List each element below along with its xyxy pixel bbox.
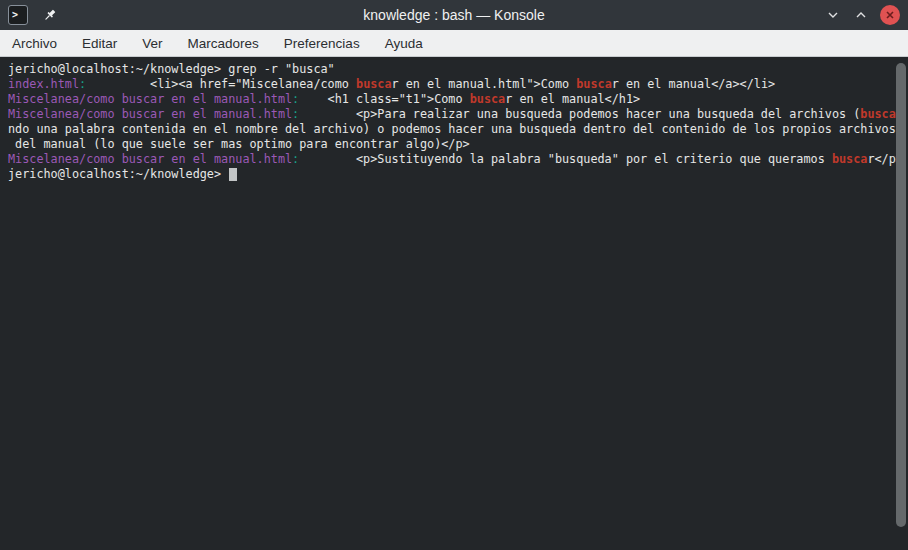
terminal-text-segment: busca: [576, 77, 612, 91]
terminal-text-segment: busca: [860, 107, 896, 121]
terminal-line: jericho@localhost:~/knowledge> grep -r "…: [8, 62, 892, 77]
menu-archivo[interactable]: Archivo: [10, 34, 59, 53]
menu-marcadores[interactable]: Marcadores: [186, 34, 261, 53]
terminal-text-segment: del manual (lo que suele ser mas optimo …: [8, 137, 470, 151]
terminal-text-segment: busca: [356, 77, 392, 91]
scrollbar[interactable]: [896, 61, 906, 543]
terminal-text-segment: index.html: [8, 77, 79, 91]
terminal-text-segment: busca: [470, 92, 506, 106]
terminal-line: del manual (lo que suele ser mas optimo …: [8, 137, 892, 152]
terminal-text-segment: jericho@localhost:~/knowledge> grep -r "…: [8, 62, 335, 76]
terminal-text-segment: busca: [832, 152, 868, 166]
maximize-button[interactable]: [852, 6, 870, 24]
terminal-text-segment: r en el manual</h1>: [505, 92, 640, 106]
minimize-button[interactable]: [824, 6, 842, 24]
menu-editar[interactable]: Editar: [80, 34, 119, 53]
menu-ayuda[interactable]: Ayuda: [383, 34, 425, 53]
terminal-line: Miscelanea/como buscar en el manual.html…: [8, 107, 892, 122]
terminal-line: Miscelanea/como buscar en el manual.html…: [8, 152, 892, 167]
terminal-text-segment: <p>Sustituyendo la palabra "busqueda" po…: [299, 152, 832, 166]
scrollbar-handle[interactable]: [896, 63, 906, 527]
terminal-line: jericho@localhost:~/knowledge>: [8, 167, 892, 182]
konsole-app-icon[interactable]: >: [8, 5, 28, 25]
terminal-line: ndo una palabra contenida en el nombre d…: [8, 122, 892, 137]
terminal-text-segment: r en el manual.html">Como: [392, 77, 577, 91]
terminal-text-segment: <p>Para realizar una busqueda podemos ha…: [299, 107, 860, 121]
terminal-text-segment: Miscelanea/como buscar en el manual.html: [8, 107, 292, 121]
terminal-text-segment: Miscelanea/como buscar en el manual.html: [8, 152, 292, 166]
window-controls: [824, 5, 900, 25]
menu-ver[interactable]: Ver: [140, 34, 164, 53]
terminal-text-segment: <h1 class="t1">Como: [299, 92, 469, 106]
terminal-text-segment: Miscelanea/como buscar en el manual.html: [8, 92, 292, 106]
terminal-text-segment: r en el manual</a></li>: [612, 77, 775, 91]
menubar: Archivo Editar Ver Marcadores Preferenci…: [0, 30, 908, 57]
terminal-prompt-glyph: >: [12, 10, 18, 20]
text-cursor: [229, 168, 237, 181]
terminal-line: index.html: <li><a href="Miscelanea/como…: [8, 77, 892, 92]
titlebar: > knowledge : bash — Konsole: [0, 0, 908, 30]
terminal-line: Miscelanea/como buscar en el manual.html…: [8, 92, 892, 107]
terminal-text-segment: ndo una palabra contenida en el nombre d…: [8, 122, 896, 136]
terminal-text-segment: jericho@localhost:~/knowledge>: [8, 167, 228, 181]
window-title: knowledge : bash — Konsole: [0, 7, 908, 23]
menu-preferencias[interactable]: Preferencias: [282, 34, 362, 53]
terminal-lines: jericho@localhost:~/knowledge> grep -r "…: [8, 62, 892, 182]
pin-icon[interactable]: [40, 6, 58, 24]
close-button[interactable]: [880, 5, 900, 25]
terminal-output[interactable]: jericho@localhost:~/knowledge> grep -r "…: [0, 57, 908, 549]
terminal-text-segment: <li><a href="Miscelanea/como: [86, 77, 356, 91]
